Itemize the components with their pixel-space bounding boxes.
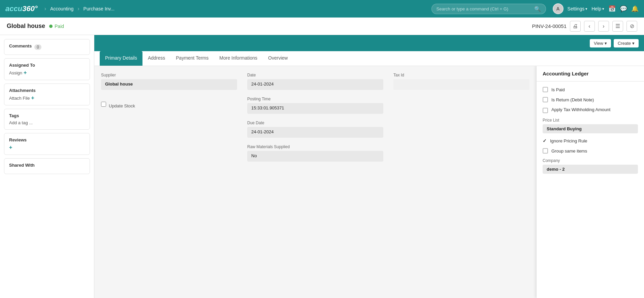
- logo[interactable]: accu360°: [5, 4, 38, 13]
- date-value[interactable]: 24-01-2024: [247, 79, 383, 90]
- sidebar-attachments-section: Attachments Attach File +: [4, 84, 90, 105]
- is-paid-row: Is Paid: [543, 87, 638, 92]
- company-value[interactable]: demo - 2: [543, 165, 638, 174]
- breadcrumb-sep-2: ›: [77, 6, 79, 12]
- posting-time-field: Posting Time 15:33:01.905371: [247, 97, 383, 114]
- form-grid: Supplier Global house Date 24-01-2024 Ta…: [101, 73, 529, 162]
- reviews-label: Reviews: [9, 137, 85, 142]
- breadcrumb-purchase-inv[interactable]: Purchase Inv...: [84, 6, 115, 11]
- sidebar-shared-section: Shared With: [4, 158, 90, 174]
- help-chevron-icon: ▾: [602, 7, 604, 11]
- search-icon: 🔍: [534, 6, 541, 12]
- help-button[interactable]: Help ▾: [591, 6, 604, 11]
- apply-tax-checkbox[interactable]: [543, 108, 548, 113]
- update-stock-checkbox[interactable]: [101, 102, 106, 107]
- tax-id-value[interactable]: [393, 79, 529, 90]
- tags-label: Tags: [9, 113, 85, 118]
- form-content: Supplier Global house Date 24-01-2024 Ta…: [94, 66, 644, 298]
- cancel-button[interactable]: ⊘: [626, 21, 637, 32]
- price-list-field: Price List Standard Buying: [543, 118, 638, 133]
- price-list-value[interactable]: Standard Buying: [543, 124, 638, 133]
- price-list-label: Price List: [543, 118, 638, 123]
- invoice-id: PINV-24-00051: [532, 23, 567, 29]
- accounting-ledger-panel: Accounting Ledger Is Paid Is Return (Deb…: [536, 66, 644, 298]
- status-area: Paid: [49, 24, 64, 29]
- main-layout: Comments 0 Assigned To Assign + Attachme…: [0, 35, 644, 298]
- due-date-field: Due Date 24-01-2024: [247, 121, 383, 138]
- attachments-label: Attachments: [9, 88, 85, 93]
- posting-time-value[interactable]: 15:33:01.905371: [247, 103, 383, 114]
- is-return-checkbox[interactable]: [543, 97, 548, 102]
- tab-address[interactable]: Address: [142, 51, 170, 66]
- posting-time-label: Posting Time: [247, 97, 383, 101]
- assigned-to-label: Assigned To: [9, 63, 85, 68]
- prev-record-button[interactable]: ‹: [584, 21, 595, 32]
- view-chevron-icon: ▾: [605, 41, 607, 46]
- settings-chevron-icon: ▾: [585, 7, 587, 11]
- chat-icon[interactable]: 💬: [620, 5, 627, 12]
- topnav: accu360° › Accounting › Purchase Inv... …: [0, 0, 644, 18]
- tab-more-informations[interactable]: More Informations: [214, 51, 263, 66]
- add-tag-action[interactable]: Add a tag ...: [9, 120, 85, 125]
- search-bar[interactable]: 🔍: [431, 4, 546, 14]
- date-label: Date: [247, 73, 383, 77]
- view-button[interactable]: View ▾: [590, 39, 611, 47]
- print-button[interactable]: 🖨: [570, 21, 581, 32]
- is-paid-checkbox[interactable]: [543, 87, 548, 92]
- company-label: Company: [543, 158, 638, 163]
- add-review-action[interactable]: +: [9, 144, 85, 151]
- content-area: View ▾ Create ▾ Primary Details Address …: [94, 35, 644, 298]
- settings-button[interactable]: Settings ▾: [568, 6, 588, 11]
- date-field: Date 24-01-2024: [247, 73, 383, 90]
- update-stock-label: Update Stock: [109, 103, 135, 108]
- assign-plus-icon[interactable]: +: [24, 70, 27, 76]
- avatar[interactable]: A: [553, 3, 564, 14]
- ignore-pricing-checkmark: ✓: [543, 138, 547, 143]
- teal-action-bar: View ▾ Create ▾: [94, 35, 644, 51]
- tab-primary-details[interactable]: Primary Details: [100, 51, 142, 66]
- attach-file-action[interactable]: Attach File +: [9, 95, 85, 101]
- company-field: Company demo - 2: [543, 158, 638, 174]
- assign-action[interactable]: Assign +: [9, 70, 85, 76]
- form-main: Supplier Global house Date 24-01-2024 Ta…: [94, 66, 536, 298]
- ignore-pricing-row: ✓ Ignore Pricing Rule: [543, 138, 638, 143]
- review-plus-icon[interactable]: +: [9, 144, 12, 151]
- due-date-label: Due Date: [247, 121, 383, 125]
- breadcrumb-sep-1: ›: [44, 6, 46, 12]
- menu-button[interactable]: ☰: [612, 21, 623, 32]
- comments-label: Comments: [9, 43, 32, 48]
- subheader: Global house Paid PINV-24-00051 🖨 ‹ › ☰ …: [0, 18, 644, 35]
- ignore-pricing-label: Ignore Pricing Rule: [550, 138, 587, 143]
- shared-with-label: Shared With: [9, 163, 85, 168]
- next-record-button[interactable]: ›: [598, 21, 609, 32]
- update-stock-field: Update Stock: [101, 97, 237, 114]
- tab-payment-terms[interactable]: Payment Terms: [170, 51, 214, 66]
- tax-id-label: Tax Id: [393, 73, 529, 77]
- update-stock-row: Update Stock: [101, 100, 237, 108]
- attach-plus-icon[interactable]: +: [31, 95, 34, 101]
- apply-tax-row: Apply Tax Withholding Amount: [543, 107, 638, 113]
- raw-materials-value[interactable]: No: [247, 151, 383, 162]
- group-items-row: Group same items: [543, 148, 638, 154]
- sidebar-reviews-section: Reviews +: [4, 133, 90, 155]
- tax-id-field: Tax Id: [393, 73, 529, 90]
- tab-overview[interactable]: Overview: [263, 51, 293, 66]
- create-button[interactable]: Create ▾: [614, 39, 639, 47]
- supplier-value[interactable]: Global house: [101, 79, 237, 90]
- is-return-label: Is Return (Debit Note): [551, 97, 594, 102]
- sidebar: Comments 0 Assigned To Assign + Attachme…: [0, 35, 94, 298]
- supplier-label: Supplier: [101, 73, 237, 77]
- breadcrumb-accounting[interactable]: Accounting: [50, 6, 73, 11]
- status-dot: [49, 25, 53, 28]
- due-date-value[interactable]: 24-01-2024: [247, 127, 383, 138]
- notification-icon[interactable]: 🔔: [631, 5, 639, 12]
- page-title: Global house: [7, 23, 45, 30]
- calendar-icon[interactable]: 📅: [608, 5, 616, 12]
- search-input[interactable]: [437, 6, 532, 11]
- raw-materials-label: Raw Materials Supplied: [247, 144, 383, 149]
- group-items-label: Group same items: [551, 148, 587, 154]
- is-paid-label: Is Paid: [551, 87, 565, 92]
- sidebar-comments-section: Comments 0: [4, 39, 90, 55]
- topnav-right: A Settings ▾ Help ▾ 📅 💬 🔔: [553, 3, 639, 14]
- group-items-checkbox[interactable]: [543, 148, 548, 154]
